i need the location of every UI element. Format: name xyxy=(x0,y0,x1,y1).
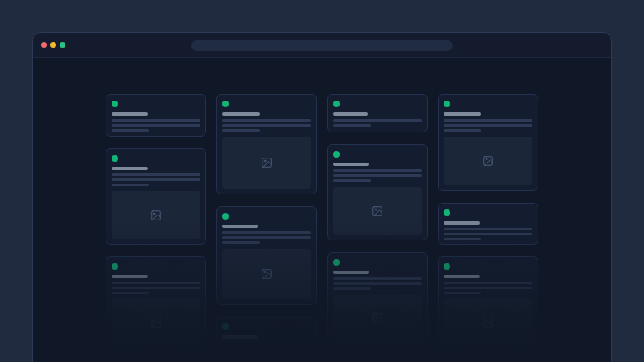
skeleton-line xyxy=(222,119,311,122)
image-icon xyxy=(150,317,162,328)
image-placeholder xyxy=(112,299,200,346)
image-icon xyxy=(150,209,162,221)
browser-titlebar xyxy=(33,33,611,58)
status-dot xyxy=(222,213,229,220)
skeleton-line xyxy=(112,184,149,186)
image-icon xyxy=(482,317,494,328)
image-placeholder xyxy=(444,299,532,346)
skeleton-line xyxy=(112,129,149,132)
skeleton-line xyxy=(222,241,260,244)
browser-window xyxy=(32,32,612,362)
skeleton-line xyxy=(444,129,481,132)
image-icon xyxy=(371,313,383,324)
image-placeholder xyxy=(222,137,311,189)
status-dot xyxy=(333,151,340,158)
skeleton-line xyxy=(333,174,422,177)
skeleton-line xyxy=(333,169,422,172)
skeleton-title xyxy=(112,167,148,170)
status-dot xyxy=(112,101,118,107)
image-placeholder xyxy=(112,191,200,239)
feed-card[interactable] xyxy=(438,256,538,352)
image-placeholder xyxy=(333,295,422,342)
skeleton-line xyxy=(333,179,371,182)
skeleton-line xyxy=(222,124,311,127)
skeleton-title xyxy=(333,163,369,166)
skeleton-line xyxy=(333,287,371,290)
image-icon xyxy=(371,205,383,217)
skeleton-line xyxy=(444,124,532,127)
status-dot xyxy=(444,263,450,270)
skeleton-line xyxy=(444,292,481,294)
image-icon xyxy=(261,157,273,168)
skeleton-title xyxy=(222,225,258,228)
maximize-window-button[interactable] xyxy=(60,42,65,48)
skeleton-line xyxy=(112,173,200,176)
skeleton-title xyxy=(444,275,480,278)
page-content xyxy=(33,58,611,362)
skeleton-title xyxy=(222,335,257,339)
status-dot xyxy=(444,209,450,216)
status-dot xyxy=(222,101,229,107)
feed-card[interactable] xyxy=(438,94,538,191)
skeleton-title xyxy=(444,112,481,116)
status-dot xyxy=(112,263,118,270)
skeleton-line xyxy=(444,228,532,230)
image-placeholder xyxy=(222,249,311,299)
window-controls xyxy=(41,33,65,57)
skeleton-line xyxy=(444,282,532,284)
status-dot xyxy=(444,101,450,107)
masonry-grid xyxy=(33,58,611,352)
skeleton-line xyxy=(444,119,532,122)
skeleton-line xyxy=(112,287,200,289)
feed-card[interactable] xyxy=(106,94,206,137)
masonry-column-3 xyxy=(327,94,428,352)
feed-card[interactable] xyxy=(327,94,428,132)
desktop-backdrop xyxy=(0,0,644,362)
masonry-column-1 xyxy=(106,94,206,352)
status-dot xyxy=(222,323,229,330)
feed-card[interactable] xyxy=(106,256,206,352)
feed-card[interactable] xyxy=(106,148,206,245)
skeleton-line xyxy=(112,178,200,181)
close-window-button[interactable] xyxy=(41,42,47,48)
skeleton-line xyxy=(333,282,422,285)
image-placeholder xyxy=(444,137,532,185)
feed-card[interactable] xyxy=(327,252,428,348)
skeleton-line xyxy=(444,238,481,240)
skeleton-line xyxy=(222,236,311,239)
status-dot xyxy=(333,101,340,107)
skeleton-line xyxy=(333,124,371,127)
skeleton-line xyxy=(112,124,200,127)
feed-card[interactable] xyxy=(216,94,317,194)
address-bar[interactable] xyxy=(191,40,453,51)
feed-card[interactable] xyxy=(216,206,317,305)
skeleton-line xyxy=(333,119,422,122)
skeleton-title xyxy=(333,112,368,116)
skeleton-line xyxy=(222,231,311,234)
masonry-column-4 xyxy=(438,94,538,352)
skeleton-line xyxy=(112,282,200,284)
minimize-window-button[interactable] xyxy=(50,42,56,48)
skeleton-line xyxy=(112,119,200,122)
skeleton-title xyxy=(444,221,480,225)
skeleton-line xyxy=(333,277,422,280)
status-dot xyxy=(112,155,118,162)
masonry-column-2 xyxy=(216,94,317,352)
feed-card[interactable] xyxy=(327,144,428,240)
skeleton-line xyxy=(444,233,532,235)
skeleton-line xyxy=(222,129,260,132)
skeleton-title xyxy=(112,275,148,278)
skeleton-title xyxy=(222,112,260,116)
skeleton-line xyxy=(444,287,532,289)
status-dot xyxy=(333,259,340,266)
image-icon xyxy=(261,268,273,280)
image-placeholder xyxy=(333,187,422,235)
skeleton-line xyxy=(112,292,149,294)
skeleton-title xyxy=(333,271,369,274)
feed-card[interactable] xyxy=(438,203,538,245)
feed-card[interactable] xyxy=(216,317,317,342)
skeleton-title xyxy=(112,112,148,116)
image-icon xyxy=(482,155,494,167)
